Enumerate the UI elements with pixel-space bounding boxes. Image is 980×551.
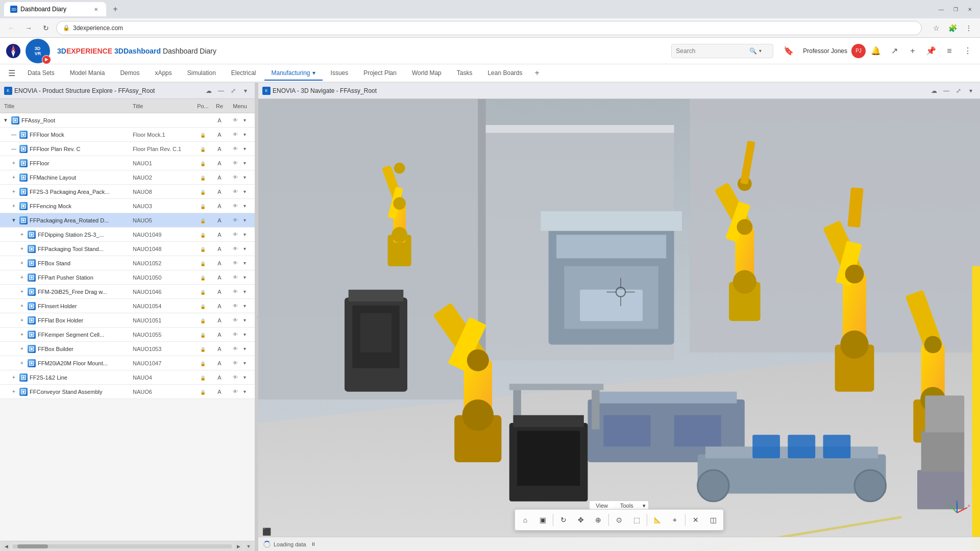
bookmark-action-icon[interactable]: 🔖 (780, 43, 797, 59)
tree-node-visibility-button[interactable]: 👁 (231, 302, 239, 310)
tree-node-visibility-button[interactable]: 👁 (231, 231, 239, 239)
tree-toggle[interactable]: + (10, 160, 17, 167)
tree-node-visibility-button[interactable]: 👁 (231, 159, 239, 167)
tree-node-expand-button[interactable]: ▾ (240, 388, 249, 396)
tree-toggle[interactable]: + (10, 174, 17, 181)
tree-item[interactable]: +FFFencing MockNAUO3🔒A👁▾ (0, 199, 255, 213)
toolbar-split-button[interactable]: ◫ (705, 512, 721, 528)
loading-pause-button[interactable]: ⏸ (309, 540, 317, 548)
restore-button[interactable]: ❐ (949, 3, 962, 15)
tree-node-expand-button[interactable]: ▾ (240, 331, 249, 339)
tree-toggle[interactable]: ▼ (10, 217, 17, 224)
tree-node-expand-button[interactable]: ▾ (240, 159, 249, 167)
tree-item[interactable]: +FF2S-3 Packaging Area_Pack...NAUO8🔒A👁▾ (0, 185, 255, 199)
tab-close-button[interactable]: ✕ (92, 5, 100, 13)
tab-lean-boards[interactable]: Lean Boards (480, 66, 529, 81)
tree-item[interactable]: +FFFloorNAUO1🔒A👁▾ (0, 156, 255, 170)
tree-toggle[interactable]: + (18, 274, 26, 281)
tree-item[interactable]: +FFConveyor Stand AssemblyNAUO6🔒A👁▾ (0, 385, 255, 399)
scroll-thumb[interactable] (17, 544, 48, 548)
tree-node-visibility-button[interactable]: 👁 (231, 273, 239, 282)
tree-toggle[interactable]: + (10, 203, 17, 210)
settings-button[interactable]: ⋮ (962, 21, 976, 35)
menu-icon[interactable]: ≡ (941, 43, 958, 59)
search-dropdown-icon[interactable]: ▾ (759, 48, 762, 54)
toolbar-multiselect-button[interactable]: ⬚ (628, 512, 645, 528)
viewer-collapse-icon[interactable]: ▾ (966, 86, 976, 96)
tree-toggle[interactable]: + (10, 388, 17, 395)
tree-toggle[interactable]: + (18, 245, 26, 253)
tree-item[interactable]: +FFPart Pusher StationNAUO1050🔒A👁▾ (0, 270, 255, 285)
refresh-button[interactable]: ↻ (39, 21, 53, 35)
toolbar-snap-button[interactable]: ⌖ (667, 512, 683, 528)
toolbar-select-button[interactable]: ⊙ (611, 512, 627, 528)
tab-tasks[interactable]: Tasks (450, 66, 480, 81)
tab-model-mania[interactable]: Model Mania (63, 66, 112, 81)
tree-toggle[interactable]: + (18, 231, 26, 238)
tree-node-visibility-button[interactable]: 👁 (231, 345, 239, 353)
more-icon[interactable]: ⋮ (960, 43, 976, 59)
tree-node-expand-button[interactable]: ▾ (240, 231, 249, 239)
search-icon[interactable]: 🔍 (749, 47, 757, 55)
tree-node-visibility-button[interactable]: 👁 (231, 373, 239, 382)
forward-button[interactable]: → (21, 21, 36, 35)
tree-node-visibility-button[interactable]: 👁 (231, 259, 239, 267)
tab-issues[interactable]: Issues (324, 66, 356, 81)
viewer-corner-icon[interactable]: ⬛ (262, 528, 271, 536)
panel-cloud-icon[interactable]: ☁ (204, 86, 214, 96)
search-box[interactable]: 🔍 ▾ (671, 44, 773, 58)
tree-toggle[interactable]: — (10, 131, 17, 138)
viewer-expand-icon[interactable]: ⤢ (953, 86, 964, 96)
tree-item[interactable]: —FFFloor MockFloor Mock.1🔒A👁▾ (0, 128, 255, 142)
tree-node-expand-button[interactable]: ▾ (240, 245, 249, 253)
tree-item[interactable]: +FFPackaging Tool Stand...NAUO1048🔒A👁▾ (0, 242, 255, 256)
tree-node-visibility-button[interactable]: 👁 (231, 131, 239, 139)
tree-item[interactable]: +FFDipping Station 2S-3_...NAUO1049🔒A👁▾ (0, 228, 255, 242)
toolbar-measure-button[interactable]: 📐 (649, 512, 666, 528)
tree-item[interactable]: +FFKemper Segment Cell...NAUO1055🔒A👁▾ (0, 328, 255, 342)
tree-toggle[interactable]: + (10, 188, 17, 195)
tree-node-expand-button[interactable]: ▾ (240, 359, 249, 367)
tree-toggle[interactable]: + (18, 360, 26, 367)
tree-node-visibility-button[interactable]: 👁 (231, 202, 239, 210)
viewer-minimize-icon[interactable]: — (941, 86, 951, 96)
bookmark-button[interactable]: ☆ (929, 21, 943, 35)
compass-icon[interactable] (4, 42, 22, 60)
toolbar-frame-button[interactable]: ▣ (534, 512, 551, 528)
tree-item[interactable]: ▼FFPackaging Area_Rotated D...NAUO5🔒A👁▾ (0, 213, 255, 228)
scroll-left-button[interactable]: ◀ (2, 542, 10, 550)
new-tab-button[interactable]: + (108, 2, 122, 16)
toolbar-orbit-button[interactable]: ↻ (555, 512, 572, 528)
tree-node-expand-button[interactable]: ▾ (240, 188, 249, 196)
panel-minimize-icon[interactable]: — (216, 86, 226, 96)
tree-item[interactable]: +FFFlat Box HolderNAUO1051🔒A👁▾ (0, 313, 255, 328)
tree-toggle[interactable]: ▼ (2, 117, 9, 124)
tree-node-expand-button[interactable]: ▾ (240, 116, 249, 124)
tree-item[interactable]: +FFM20iA20M Floor Mount...NAUO1047🔒A👁▾ (0, 356, 255, 370)
tree-item[interactable]: +FFBox BuilderNAUO1053🔒A👁▾ (0, 342, 255, 356)
tree-node-expand-button[interactable]: ▾ (240, 202, 249, 210)
tab-manufacturing[interactable]: Manufacturing ▾ (264, 66, 323, 81)
tree-item[interactable]: ▼FFAssy_RootA👁▾ (0, 113, 255, 128)
3d-viewport[interactable]: View Tools ▾ ⌂ ▣ ↻ ✥ ⊕ ⊙ ⬚ 📐 ⌖ ✕ ◫ (258, 99, 980, 551)
add-tab-button[interactable]: + (530, 65, 543, 81)
tree-node-expand-button[interactable]: ▾ (240, 345, 249, 353)
toolbar-home-button[interactable]: ⌂ (517, 512, 533, 528)
toolbar-cut-button[interactable]: ✕ (688, 512, 704, 528)
tab-electrical[interactable]: Electrical (224, 66, 263, 81)
toolbar-pan-button[interactable]: ✥ (573, 512, 589, 528)
sidebar-item-hamburger[interactable]: ☰ (4, 66, 19, 81)
tree-node-visibility-button[interactable]: 👁 (231, 388, 239, 396)
extensions-button[interactable]: 🧩 (945, 21, 960, 35)
tree-node-expand-button[interactable]: ▾ (240, 302, 249, 310)
tree-node-expand-button[interactable]: ▾ (240, 316, 249, 324)
tree-item[interactable]: +FFM-20iB25_Free Drag w...NAUO1046🔒A👁▾ (0, 285, 255, 299)
scroll-down-button[interactable]: ▼ (244, 542, 253, 550)
tree-node-visibility-button[interactable]: 👁 (231, 245, 239, 253)
tab-datasets[interactable]: Data Sets (20, 66, 62, 81)
tree-node-expand-button[interactable]: ▾ (240, 273, 249, 282)
tab-world-map[interactable]: World Map (405, 66, 449, 81)
tree-node-visibility-button[interactable]: 👁 (231, 331, 239, 339)
tree-toggle[interactable]: + (18, 260, 26, 267)
tree-node-visibility-button[interactable]: 👁 (231, 188, 239, 196)
